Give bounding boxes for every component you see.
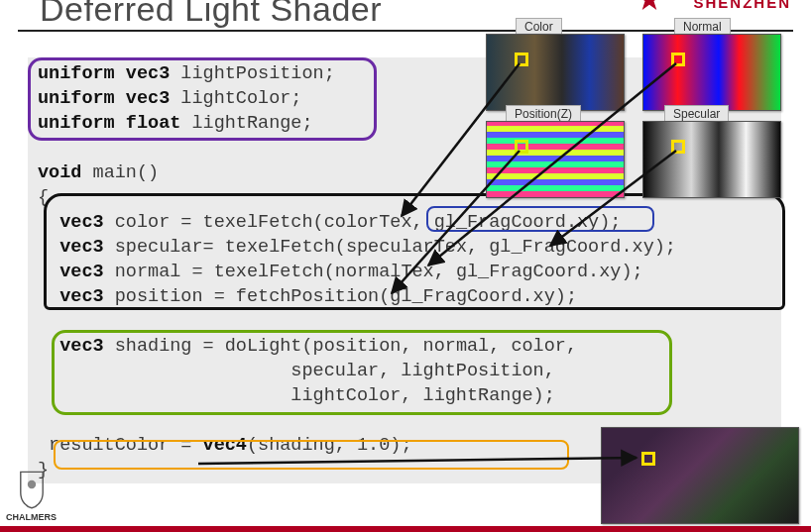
box-uniforms	[28, 57, 377, 141]
thumb-result	[601, 427, 799, 524]
box-fragcoord	[426, 206, 654, 232]
crest-icon	[18, 471, 46, 510]
thumb-specular	[642, 121, 781, 198]
kw-void: void	[38, 162, 81, 183]
brand-right-text: SHENZHEN	[693, 0, 791, 11]
footer-bar	[0, 526, 811, 532]
thumb-color	[486, 34, 625, 111]
box-gbuffer-reads	[44, 193, 785, 310]
page-title: Deferred Light Shader	[40, 0, 382, 29]
highlight-icon	[515, 140, 528, 154]
slide: Deferred Light Shader SHENZHEN uniform v…	[0, 0, 811, 532]
star-logo-icon	[637, 0, 662, 12]
highlight-icon	[641, 452, 655, 466]
thumb-position	[486, 121, 625, 198]
thumb-normal	[642, 34, 781, 111]
brand-left: CHALMERS	[6, 471, 57, 522]
svg-marker-0	[637, 0, 661, 10]
svg-point-6	[27, 480, 35, 488]
brand-left-text: CHALMERS	[6, 512, 57, 522]
highlight-icon	[671, 53, 685, 66]
code-text: main()	[81, 162, 159, 183]
box-shading	[52, 330, 672, 415]
highlight-icon	[515, 53, 528, 66]
box-result	[54, 440, 569, 470]
code-line: void main()	[38, 162, 159, 183]
highlight-icon	[671, 140, 685, 154]
